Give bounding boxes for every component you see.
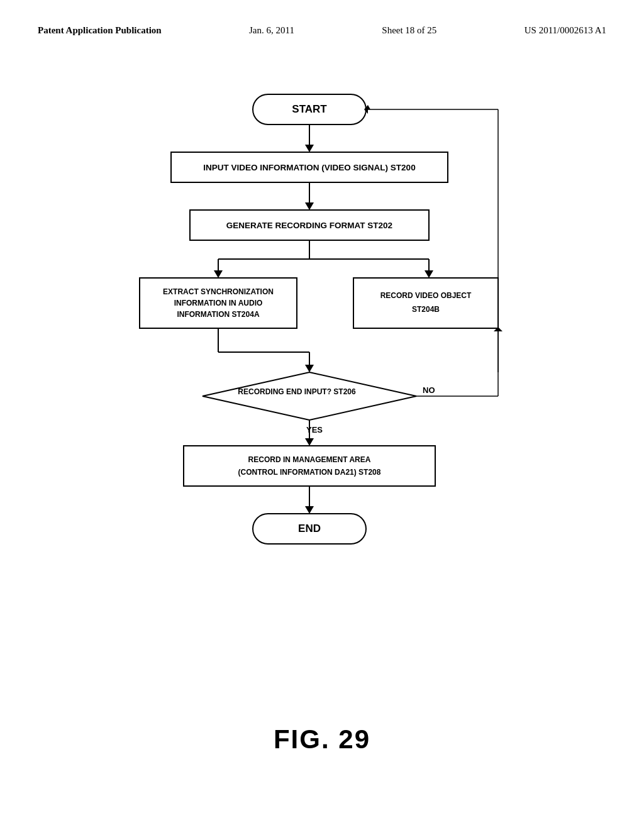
st206-label: RECORDING END INPUT? ST206 — [238, 387, 356, 396]
st200-label: INPUT VIDEO INFORMATION (VIDEO SIGNAL) S… — [203, 163, 415, 172]
st204b-line1: RECORD VIDEO OBJECT — [380, 291, 472, 300]
st204a-line2: INFORMATION IN AUDIO — [174, 299, 263, 307]
patent-number-label: US 2011/0002613 A1 — [525, 25, 606, 36]
svg-marker-2 — [305, 145, 314, 152]
figure-label: FIG. 29 — [274, 724, 370, 755]
yes-label: YES — [306, 425, 323, 434]
st204a-line1: EXTRACT SYNCHRONIZATION — [163, 287, 274, 296]
st204b-line2: ST204B — [412, 305, 440, 314]
st202-label: GENERATE RECORDING FORMAT ST202 — [226, 221, 392, 230]
svg-marker-13 — [425, 270, 433, 278]
st208-line1: RECORD IN MANAGEMENT AREA — [248, 455, 371, 464]
st204a-line3: INFORMATION ST204A — [177, 310, 259, 319]
end-label: END — [298, 523, 321, 534]
svg-marker-19 — [305, 365, 314, 372]
no-label: NO — [423, 385, 435, 395]
svg-rect-30 — [184, 446, 435, 486]
date-label: Jan. 6, 2011 — [249, 25, 294, 36]
svg-marker-24 — [203, 372, 416, 420]
svg-marker-5 — [305, 202, 314, 210]
start-label: START — [292, 103, 327, 115]
svg-marker-29 — [305, 438, 314, 446]
st208-line2: (CONTROL INFORMATION DA21) ST208 — [238, 468, 381, 477]
sheet-label: Sheet 18 of 25 — [382, 25, 436, 36]
flowchart-svg: START INPUT VIDEO INFORMATION (VIDEO SIG… — [108, 88, 536, 629]
publication-label: Patent Application Publication — [38, 25, 162, 36]
svg-rect-15 — [353, 278, 498, 328]
svg-marker-32 — [305, 506, 314, 514]
svg-marker-10 — [214, 270, 223, 278]
page-header: Patent Application Publication Jan. 6, 2… — [0, 25, 644, 36]
flowchart-container: START INPUT VIDEO INFORMATION (VIDEO SIG… — [102, 88, 542, 629]
